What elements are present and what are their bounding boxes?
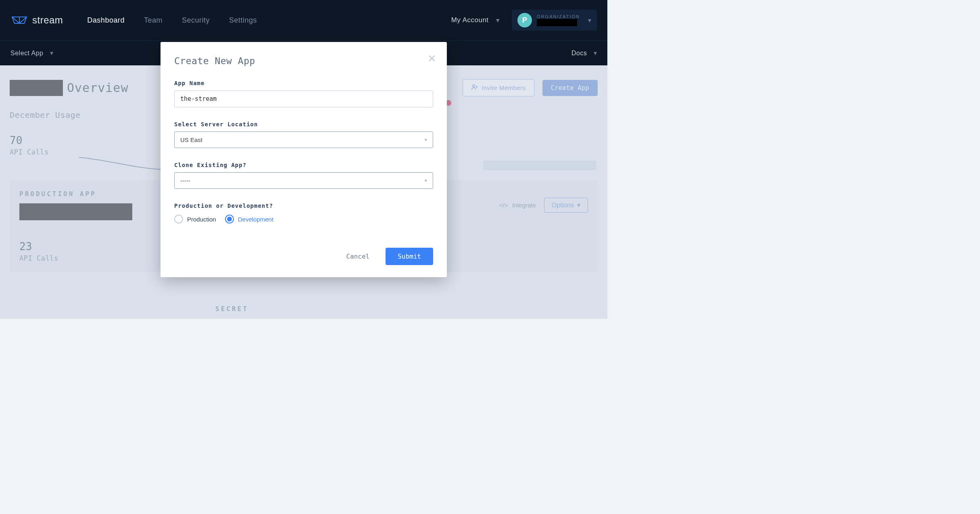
submit-button[interactable]: Submit [386, 248, 433, 265]
logo[interactable]: stream [10, 15, 63, 26]
nav-settings[interactable]: Settings [229, 16, 257, 25]
my-account-menu[interactable]: My Account ▾ [451, 16, 500, 25]
docs-menu[interactable]: Docs ▾ [571, 49, 597, 57]
clone-app-value: ----- [180, 177, 190, 184]
close-icon[interactable]: ✕ [427, 52, 436, 65]
server-location-value: US East [180, 136, 202, 143]
logo-icon [10, 15, 28, 26]
organization-switcher[interactable]: P ORGANIZATION ▾ [512, 10, 597, 31]
select-app-label: Select App [10, 50, 44, 57]
chevron-down-icon: ▾ [50, 49, 54, 57]
create-app-modal: Create New App ✕ App Name Select Server … [161, 42, 447, 277]
radio-icon [174, 215, 183, 224]
my-account-label: My Account [451, 16, 489, 24]
chevron-down-icon: ▾ [496, 16, 500, 25]
avatar: P [517, 13, 532, 27]
production-radio-label: Production [187, 216, 216, 223]
server-location-label: Select Server Location [174, 121, 433, 127]
chevron-down-icon: ▾ [425, 178, 427, 183]
nav-dashboard[interactable]: Dashboard [87, 16, 125, 25]
server-location-select[interactable]: US East ▾ [174, 132, 433, 148]
radio-icon [225, 215, 234, 224]
select-app-menu[interactable]: Select App ▾ [10, 49, 53, 57]
clone-app-label: Clone Existing App? [174, 162, 433, 168]
top-nav: Dashboard Team Security Settings [87, 16, 257, 25]
logo-text: stream [32, 15, 63, 26]
development-radio-label: Development [238, 216, 273, 223]
production-radio[interactable]: Production [174, 215, 216, 224]
app-name-label: App Name [174, 80, 433, 86]
nav-team[interactable]: Team [144, 16, 163, 25]
organization-label: ORGANIZATION [537, 14, 580, 19]
docs-label: Docs [571, 50, 587, 57]
chevron-down-icon: ▾ [588, 17, 591, 24]
cancel-button[interactable]: Cancel [346, 253, 369, 260]
environment-label: Production or Development? [174, 203, 433, 209]
chevron-down-icon: ▾ [425, 137, 427, 142]
development-radio[interactable]: Development [225, 215, 273, 224]
chevron-down-icon: ▾ [594, 49, 597, 57]
modal-title: Create New App [174, 56, 433, 66]
main-header: stream Dashboard Team Security Settings … [0, 0, 607, 40]
nav-security[interactable]: Security [182, 16, 210, 25]
app-name-input[interactable] [174, 90, 433, 107]
clone-app-select[interactable]: ----- ▾ [174, 172, 433, 189]
organization-name-redacted [537, 19, 577, 26]
